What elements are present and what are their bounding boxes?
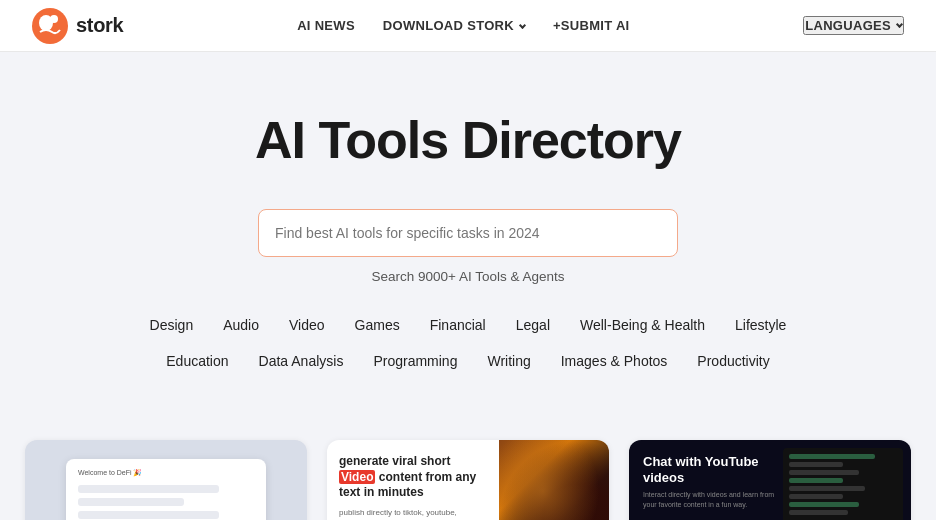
card-2-highlight: Video xyxy=(339,470,375,484)
card-3-terminal-content xyxy=(783,448,903,520)
nav-links: AI NEWS DOWNLOAD STORK +SUBMIT AI xyxy=(297,18,629,33)
category-games[interactable]: Games xyxy=(343,312,412,338)
card-1-field-2 xyxy=(78,498,184,506)
card-interface[interactable]: Welcome to DeFi 🎉 CONTINUE xyxy=(25,440,307,520)
hero-title: AI Tools Directory xyxy=(32,112,904,169)
svg-point-2 xyxy=(50,15,58,23)
search-wrapper xyxy=(258,209,678,257)
category-video[interactable]: Video xyxy=(277,312,337,338)
category-writing[interactable]: Writing xyxy=(475,348,542,374)
card-1-field-3 xyxy=(78,511,219,519)
terminal-line-6 xyxy=(789,494,843,499)
terminal-line-1 xyxy=(789,454,875,459)
card-2-text-area: generate viral short Video content from … xyxy=(327,440,499,520)
card-1-inner: Welcome to DeFi 🎉 CONTINUE xyxy=(66,459,266,520)
card-1-header-text: Welcome to DeFi 🎉 xyxy=(78,469,254,477)
logo-text: stork xyxy=(76,14,123,37)
logo-area: stork xyxy=(32,8,123,44)
category-productivity[interactable]: Productivity xyxy=(685,348,781,374)
category-audio[interactable]: Audio xyxy=(211,312,271,338)
category-legal[interactable]: Legal xyxy=(504,312,562,338)
card-1-field-1 xyxy=(78,485,219,493)
card-2-image xyxy=(499,440,609,520)
category-data-analysis[interactable]: Data Analysis xyxy=(247,348,356,374)
nav-ai-news[interactable]: AI NEWS xyxy=(297,18,355,33)
search-hint: Search 9000+ AI Tools & Agents xyxy=(32,269,904,284)
card-3-left-content: Chat with YouTube videos Interact direct… xyxy=(643,454,788,520)
card-3-title: Chat with YouTube videos xyxy=(643,454,788,485)
card-3-terminal xyxy=(783,448,903,520)
download-chevron-icon xyxy=(519,21,526,28)
terminal-line-4 xyxy=(789,478,843,483)
categories-container: Design Audio Video Games Financial Legal… xyxy=(118,312,818,374)
terminal-line-8 xyxy=(789,510,848,515)
card-video-generator[interactable]: generate viral short Video content from … xyxy=(327,440,609,520)
terminal-line-7 xyxy=(789,502,859,507)
navbar: stork AI NEWS DOWNLOAD STORK +SUBMIT AI … xyxy=(0,0,936,52)
card-youtube-chat[interactable]: Chat with YouTube videos Interact direct… xyxy=(629,440,911,520)
category-lifestyle[interactable]: Lifestyle xyxy=(723,312,798,338)
terminal-line-2 xyxy=(789,462,843,467)
nav-download-stork[interactable]: DOWNLOAD STORK xyxy=(383,18,525,33)
category-design[interactable]: Design xyxy=(138,312,206,338)
card-2-description: publish directly to tiktok, youtube, ins… xyxy=(339,507,487,520)
cards-row: Welcome to DeFi 🎉 CONTINUE generate vira… xyxy=(0,440,936,520)
category-education[interactable]: Education xyxy=(154,348,240,374)
terminal-line-3 xyxy=(789,470,859,475)
hero-section: AI Tools Directory Search 9000+ AI Tools… xyxy=(0,52,936,440)
category-images-photos[interactable]: Images & Photos xyxy=(549,348,680,374)
terminal-line-5 xyxy=(789,486,865,491)
languages-chevron-icon xyxy=(896,21,903,28)
stork-logo-icon xyxy=(32,8,68,44)
category-programming[interactable]: Programming xyxy=(361,348,469,374)
search-input[interactable] xyxy=(258,209,678,257)
languages-area: LANGUAGES xyxy=(803,16,904,35)
card-2-title: generate viral short Video content from … xyxy=(339,454,487,501)
category-financial[interactable]: Financial xyxy=(418,312,498,338)
nav-submit-ai[interactable]: +SUBMIT AI xyxy=(553,18,630,33)
languages-button[interactable]: LANGUAGES xyxy=(803,16,904,35)
category-wellbeing[interactable]: Well-Being & Health xyxy=(568,312,717,338)
card-2-image-overlay xyxy=(499,440,609,520)
card-3-description: Interact directly with videos and learn … xyxy=(643,490,788,510)
